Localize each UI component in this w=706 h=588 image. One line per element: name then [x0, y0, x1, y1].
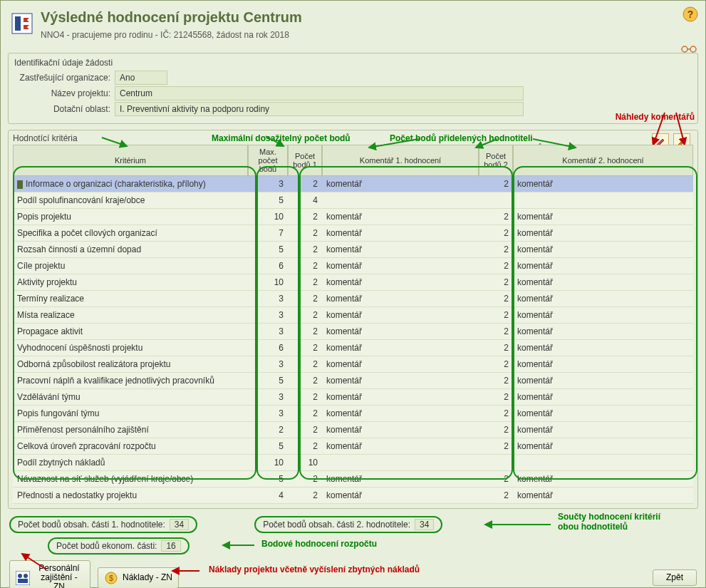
summary-1-label: Počet bodů obsah. části 1. hodnotitele: [18, 520, 165, 530]
cell-max: 5 [248, 192, 288, 209]
table-row[interactable]: Podíl zbytných nákladů1010 [13, 455, 693, 471]
cell-comment-1: komentář [322, 258, 479, 274]
th-p1[interactable]: Počet bodů 1 [288, 145, 322, 176]
cell-points-2: 2 [479, 406, 513, 422]
cell-criterion: Termíny realizace [13, 291, 248, 307]
cell-comment-2: komentář [513, 373, 693, 389]
cell-max: 3 [248, 356, 288, 373]
table-row[interactable]: Přednosti a nedostatky projektu42komentá… [13, 488, 693, 504]
cell-max: 5 [248, 242, 288, 258]
cell-max: 5 [248, 373, 288, 389]
area-label: Dotační oblast: [14, 104, 115, 114]
cell-criterion: Vzdělávání týmu [13, 389, 248, 406]
cell-criterion: Aktivity projektu [13, 274, 248, 291]
cell-points-1: 2 [288, 356, 322, 373]
cell-criterion: Návaznost na síť služeb (vyjádření kraje… [13, 471, 248, 488]
th-criterion[interactable]: Kritérium [13, 145, 248, 176]
cell-points-2: 2 [479, 274, 513, 291]
app-icon [11, 12, 33, 35]
cell-comment-2: komentář [513, 438, 693, 455]
cell-comment-2: komentář [513, 356, 693, 373]
criteria-table[interactable]: Kritérium Max. počet bodů Počet bodů 1 K… [13, 145, 693, 504]
cell-points-2: 2 [479, 340, 513, 356]
table-row[interactable]: Vyhodnocení úspěšnosti projektu62komentá… [13, 340, 693, 356]
summary-econ-value: 16 [161, 540, 180, 552]
table-row[interactable]: Přiměřenost personálního zajištění22kome… [13, 422, 693, 438]
table-row[interactable]: Aktivity projektu102komentář2komentář [13, 274, 693, 291]
help-icon[interactable]: ? [682, 6, 698, 24]
th-max[interactable]: Max. počet bodů [248, 145, 288, 176]
cell-comment-1: komentář [322, 225, 479, 242]
cell-comment-1: komentář [322, 356, 479, 373]
table-row[interactable]: Pracovní náplň a kvalifikace jednotlivýc… [13, 373, 693, 389]
table-row[interactable]: Podíl spolufinancování kraje/obce54 [13, 192, 693, 209]
table-row[interactable]: Informace o organizaci (charakteristika,… [13, 176, 693, 192]
th-k1[interactable]: Komentář 1. hodnocení [322, 145, 479, 176]
cell-points-2: 2 [479, 242, 513, 258]
cell-criterion: Informace o organizaci (charakteristika,… [13, 176, 248, 192]
table-row[interactable]: Propagace aktivit32komentář2komentář [13, 324, 693, 340]
cell-points-2: 2 [479, 225, 513, 242]
cell-comment-1: komentář [322, 438, 479, 455]
svg-text:$: $ [109, 574, 113, 582]
table-row[interactable]: Vzdělávání týmu32komentář2komentář [13, 389, 693, 406]
annot-naklady-red: Náklady projektu včetně vyčíslení zbytný… [209, 564, 420, 574]
cell-max: 4 [248, 488, 288, 504]
cell-criterion: Celková úroveň zpracování rozpočtu [13, 438, 248, 455]
table-row[interactable]: Návaznost na síť služeb (vyjádření kraje… [13, 471, 693, 488]
table-row[interactable]: Odborná způsobilost realizátora projektu… [13, 356, 693, 373]
cell-points-1: 2 [288, 340, 322, 356]
cell-points-1: 10 [288, 455, 322, 471]
table-row[interactable]: Celková úroveň zpracování rozpočtu52kome… [13, 438, 693, 455]
th-k2[interactable]: Komentář 2. hodnocení [513, 145, 693, 176]
table-row[interactable]: Místa realizace32komentář2komentář [13, 307, 693, 324]
table-row[interactable]: Popis fungování týmu32komentář2komentář [13, 406, 693, 422]
cell-points-1: 4 [288, 192, 322, 209]
svg-rect-6 [15, 16, 21, 31]
summary-2-label: Počet bodů obsah. části 2. hodnotitele: [263, 520, 410, 530]
cell-points-2 [479, 192, 513, 209]
cell-comment-2: komentář [513, 291, 693, 307]
cell-points-1: 2 [288, 471, 322, 488]
org-label: Zastřešující organizace: [14, 73, 115, 83]
back-button[interactable]: Zpět [653, 569, 697, 586]
identification-legend: Identifikační údaje žádosti [14, 58, 692, 68]
svg-rect-21 [18, 579, 28, 583]
cell-max: 10 [248, 455, 288, 471]
cell-criterion: Cíle projektu [13, 258, 248, 274]
annot-bodove: Bodové hodnocení rozpočtu [261, 539, 377, 549]
cell-comment-2: komentář [513, 471, 693, 488]
cell-points-1: 2 [288, 209, 322, 225]
cell-points-1: 2 [288, 406, 322, 422]
identification-fieldset: Identifikační údaje žádosti Zastřešující… [8, 53, 698, 124]
table-row[interactable]: Termíny realizace32komentář2komentář [13, 291, 693, 307]
table-row[interactable]: Rozsah činnosti a územní dopad52komentář… [13, 242, 693, 258]
cell-comment-2: komentář [513, 225, 693, 242]
table-row[interactable]: Specifika a počet cílových organizací72k… [13, 225, 693, 242]
svg-text:?: ? [687, 9, 694, 20]
svg-point-19 [18, 574, 22, 578]
summary-econ-label: Počet bodů ekonom. části: [56, 541, 157, 551]
cell-comment-2: komentář [513, 242, 693, 258]
cell-criterion: Propagace aktivit [13, 324, 248, 340]
th-p2[interactable]: Počet bodů 2 [479, 145, 513, 176]
cell-max: 3 [248, 176, 288, 192]
cell-points-2: 2 [479, 422, 513, 438]
cell-comment-2 [513, 192, 693, 209]
cell-points-2: 2 [479, 258, 513, 274]
cell-max: 3 [248, 389, 288, 406]
org-value: Ano [115, 71, 167, 85]
table-row[interactable]: Popis projektu102komentář2komentář [13, 209, 693, 225]
cell-criterion: Odborná způsobilost realizátora projektu [13, 356, 248, 373]
criteria-legend: Hodnotící kritéria [13, 133, 693, 143]
cell-criterion: Podíl spolufinancování kraje/obce [13, 192, 248, 209]
cell-comment-2: komentář [513, 176, 693, 192]
cell-points-1: 2 [288, 242, 322, 258]
table-row[interactable]: Cíle projektu62komentář2komentář [13, 258, 693, 274]
proj-value: Centrum [115, 86, 524, 100]
cell-comment-1 [322, 455, 479, 471]
cell-max: 10 [248, 274, 288, 291]
svg-point-3 [690, 46, 696, 52]
costs-button[interactable]: $ Náklady - ZN [98, 567, 179, 588]
personal-button[interactable]: Personální zajištění - ZN [9, 560, 90, 588]
